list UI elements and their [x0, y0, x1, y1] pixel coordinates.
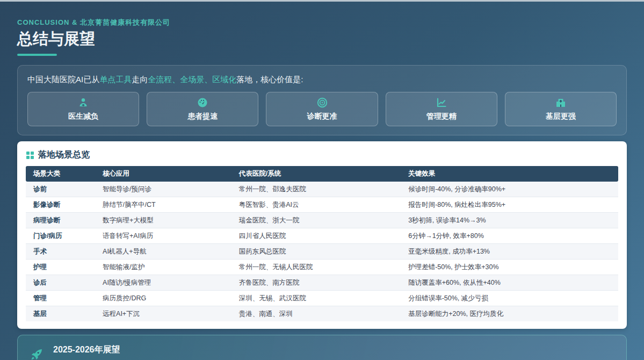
outlook-title: 2025-2026年展望	[53, 344, 616, 356]
table-row: 管理 病历质控/DRG 深圳、无锡、武汉医院 分组错误率-50%, 减少亏损	[26, 291, 618, 306]
cell-hospitals: 瑞金医院、浙大一院	[231, 213, 401, 228]
cell-effect: 报告时间-80%, 病灶检出率95%+	[401, 197, 618, 213]
table-row: 病理诊断 数字病理+大模型 瑞金医院、浙大一院 3秒初筛, 误诊率14%→3%	[26, 213, 618, 228]
cell-application: AI机器人+导航	[95, 244, 231, 260]
cell-effect: 随访覆盖率+60%, 依从性+40%	[401, 275, 618, 291]
cell-application: 智能输液/监护	[95, 260, 231, 275]
table-row: 护理 智能输液/监护 常州一院、无锡人民医院 护理差错-50%, 护士效率+30…	[26, 260, 618, 275]
cell-hospitals: 贵港、南通、深圳	[231, 306, 401, 322]
outlook-body: 2025-2026年展望 医疗大模型（如DeepSeek、启元、华为病理大模型）…	[53, 343, 616, 360]
intro-segment: 走向	[132, 75, 148, 84]
cell-hospitals: 常州一院、邵逸夫医院	[231, 182, 401, 197]
table-title: 落地场景总览	[38, 149, 90, 161]
table-row: 手术 AI机器人+导航 国药东风总医院 亚毫米级精度, 成功率+13%	[26, 244, 618, 260]
cell-hospitals: 国药东风总医院	[231, 244, 401, 260]
cell-scenario: 护理	[26, 260, 95, 275]
column-header: 场景大类	[26, 166, 95, 182]
value-button-label: 管理更精	[426, 112, 457, 121]
cell-application: 数字病理+大模型	[95, 213, 231, 228]
eyebrow-label: CONCLUSION & 北京菁苗健康科技有限公司	[17, 18, 627, 27]
cell-scenario: 门诊/病历	[26, 228, 95, 244]
cell-application: 肺结节/脑卒中/CT	[95, 197, 231, 213]
table-row: 影像诊断 肺结节/脑卒中/CT 粤医智影、贵港AI云 报告时间-80%, 病灶检…	[26, 197, 618, 213]
value-button-label: 基层更强	[546, 112, 576, 121]
cell-effect: 基层诊断能力+20%, 医疗均质化	[401, 306, 618, 322]
table-row: 门诊/病历 语音转写+AI病历 四川省人民医院 6分钟→1分钟, 效率+80%	[26, 228, 618, 244]
title-underline	[17, 54, 57, 56]
value-button-grassroots[interactable]: 基层更强	[505, 92, 617, 126]
column-header: 核心应用	[95, 166, 231, 182]
intro-segment: 单点工具	[99, 75, 132, 84]
cell-scenario: 影像诊断	[26, 197, 95, 213]
cell-hospitals: 深圳、无锡、武汉医院	[231, 291, 401, 306]
cell-scenario: 手术	[26, 244, 95, 260]
value-button-patient[interactable]: 患者提速	[147, 92, 258, 126]
chart-line-icon	[436, 97, 447, 108]
core-value-panel: 中国大陆医院AI已从单点工具走向全流程、全场景、区域化落地，核心价值是: 医生减…	[17, 65, 627, 135]
table-header-row: 场景大类 核心应用 代表医院/系统 关键效果	[26, 166, 618, 182]
hospital-icon	[555, 97, 566, 108]
cell-effect: 分组错误率-50%, 减少亏损	[401, 291, 618, 306]
scenario-table: 场景大类 核心应用 代表医院/系统 关键效果 诊前 智能导诊/预问诊 常州一院、…	[26, 166, 618, 321]
column-header: 代表医院/系统	[231, 166, 401, 182]
cell-effect: 亚毫米级精度, 成功率+13%	[401, 244, 618, 260]
cell-effect: 候诊时间-40%, 分诊准确率90%+	[401, 182, 618, 197]
cell-hospitals: 粤医智影、贵港AI云	[231, 197, 401, 213]
cell-application: AI随访/慢病管理	[95, 275, 231, 291]
gauge-icon	[197, 97, 208, 108]
page-title: 总结与展望	[17, 30, 627, 47]
cell-scenario: 管理	[26, 291, 95, 306]
cell-application: 语音转写+AI病历	[95, 228, 231, 244]
cell-hospitals: 常州一院、无锡人民医院	[231, 260, 401, 275]
cell-scenario: 诊后	[26, 275, 95, 291]
scenario-table-card: 落地场景总览 场景大类 核心应用 代表医院/系统 关键效果 诊前 智能导诊/预问…	[17, 141, 627, 329]
doctor-icon	[78, 97, 89, 108]
table-title-row: 落地场景总览	[26, 149, 618, 161]
grid-icon	[26, 151, 34, 160]
cell-effect: 6分钟→1分钟, 效率+80%	[401, 228, 618, 244]
cell-hospitals: 四川省人民医院	[231, 228, 401, 244]
cell-scenario: 基层	[26, 306, 95, 322]
rocket-icon	[28, 347, 45, 360]
cell-application: 病历质控/DRG	[95, 291, 231, 306]
intro-segment: 落地，核心价值是:	[236, 75, 303, 84]
value-button-diagnosis[interactable]: 诊断更准	[266, 92, 378, 126]
page-content: CONCLUSION & 北京菁苗健康科技有限公司 总结与展望 中国大陆医院AI…	[0, 2, 644, 360]
column-header: 关键效果	[401, 166, 618, 182]
intro-segment: 全流程、全场景、区域化	[148, 75, 236, 84]
cell-hospitals: 齐鲁医院、南方医院	[231, 275, 401, 291]
intro-sentence: 中国大陆医院AI已从单点工具走向全流程、全场景、区域化落地，核心价值是:	[27, 74, 617, 85]
value-button-doctor[interactable]: 医生减负	[27, 92, 139, 126]
cell-application: 远程AI+下沉	[95, 306, 231, 322]
target-icon	[317, 97, 328, 108]
intro-segment: 中国大陆医院AI已从	[27, 75, 99, 84]
table-row: 基层 远程AI+下沉 贵港、南通、深圳 基层诊断能力+20%, 医疗均质化	[26, 306, 618, 322]
table-row: 诊前 智能导诊/预问诊 常州一院、邵逸夫医院 候诊时间-40%, 分诊准确率90…	[26, 182, 618, 197]
value-button-label: 医生减负	[68, 112, 98, 121]
value-button-row: 医生减负 患者提速 诊断更准 管理更精	[27, 92, 617, 126]
header: CONCLUSION & 北京菁苗健康科技有限公司 总结与展望	[17, 18, 627, 56]
cell-effect: 护理差错-50%, 护士效率+30%	[401, 260, 618, 275]
value-button-label: 患者提速	[187, 112, 218, 121]
cell-effect: 3秒初筛, 误诊率14%→3%	[401, 213, 618, 228]
cell-scenario: 病理诊断	[26, 213, 95, 228]
value-button-management[interactable]: 管理更精	[386, 92, 497, 126]
cell-application: 智能导诊/预问诊	[95, 182, 231, 197]
slide-conclusion: { "accent": "#46c3b2", "header": { "eyeb…	[0, 0, 644, 360]
cell-scenario: 诊前	[26, 182, 95, 197]
outlook-card: 2025-2026年展望 医疗大模型（如DeepSeek、启元、华为病理大模型）…	[17, 335, 627, 360]
table-row: 诊后 AI随访/慢病管理 齐鲁医院、南方医院 随访覆盖率+60%, 依从性+40…	[26, 275, 618, 291]
value-button-label: 诊断更准	[307, 112, 337, 121]
